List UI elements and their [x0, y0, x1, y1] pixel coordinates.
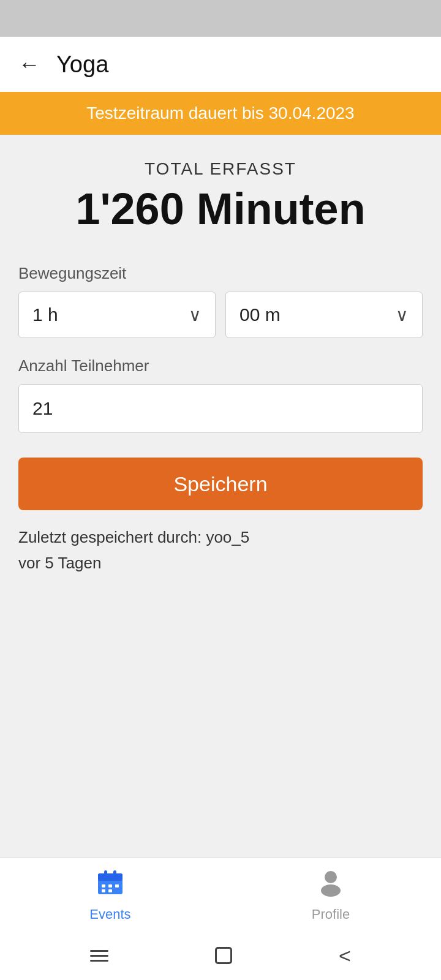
minutes-value: 00 m — [239, 304, 281, 325]
minutes-chevron-icon: ∨ — [396, 305, 409, 325]
minutes-dropdown[interactable]: 00 m ∨ — [225, 292, 423, 338]
status-bar — [0, 0, 441, 37]
svg-rect-2 — [104, 870, 107, 878]
events-label: Events — [89, 907, 130, 922]
back-button[interactable]: ← — [15, 50, 44, 79]
hours-value: 1 h — [32, 304, 58, 325]
save-button[interactable]: Speichern — [18, 458, 423, 510]
main-content: TOTAL ERFASST 1'260 Minuten Bewegungszei… — [0, 135, 441, 588]
nav-events[interactable]: Events — [0, 858, 221, 931]
total-value: 1'260 Minuten — [18, 185, 423, 233]
recent-apps-button[interactable] — [90, 950, 108, 962]
total-label: TOTAL ERFASST — [18, 159, 423, 179]
teilnehmer-section: Anzahl Teilnehmer 21 — [18, 356, 423, 433]
bottom-nav: Events Profile — [0, 858, 441, 931]
profile-icon — [316, 867, 345, 903]
svg-point-10 — [321, 884, 341, 897]
svg-rect-4 — [102, 884, 105, 888]
profile-label: Profile — [312, 907, 350, 922]
recent-apps-icon — [90, 950, 108, 962]
trial-banner: Testzeitraum dauert bis 30.04.2023 — [0, 92, 441, 135]
nav-profile[interactable]: Profile — [221, 858, 441, 931]
svg-point-9 — [325, 871, 337, 883]
page-title: Yoga — [56, 51, 108, 78]
teilnehmer-label: Anzahl Teilnehmer — [18, 356, 423, 375]
events-icon — [96, 867, 125, 903]
svg-rect-6 — [115, 884, 119, 888]
teilnehmer-value: 21 — [32, 398, 53, 419]
home-button[interactable] — [215, 947, 232, 964]
svg-rect-5 — [108, 884, 112, 888]
hours-dropdown[interactable]: 1 h ∨ — [18, 292, 216, 338]
svg-rect-8 — [108, 889, 112, 892]
back-arrow-icon: ← — [18, 53, 40, 75]
teilnehmer-input[interactable]: 21 — [18, 384, 423, 433]
header: ← Yoga — [0, 37, 441, 92]
last-saved-info: Zuletzt gespeichert durch: yoo_5 vor 5 T… — [18, 525, 423, 576]
svg-rect-7 — [102, 889, 105, 892]
bewegungszeit-section: Bewegungszeit 1 h ∨ 00 m ∨ — [18, 264, 423, 338]
bewegungszeit-label: Bewegungszeit — [18, 264, 423, 283]
total-section: TOTAL ERFASST 1'260 Minuten — [18, 159, 423, 233]
back-sys-button[interactable]: < — [339, 944, 351, 968]
system-nav: < — [0, 931, 441, 980]
svg-rect-3 — [113, 870, 116, 878]
svg-rect-1 — [98, 873, 123, 881]
last-saved-line1: Zuletzt gespeichert durch: yoo_5 — [18, 525, 423, 551]
banner-text: Testzeitraum dauert bis 30.04.2023 — [86, 104, 354, 123]
last-saved-line2: vor 5 Tagen — [18, 551, 423, 576]
back-sys-icon: < — [339, 944, 351, 968]
home-icon — [215, 947, 232, 964]
hours-chevron-icon: ∨ — [189, 305, 202, 325]
save-button-label: Speichern — [173, 472, 267, 496]
duration-row: 1 h ∨ 00 m ∨ — [18, 292, 423, 338]
